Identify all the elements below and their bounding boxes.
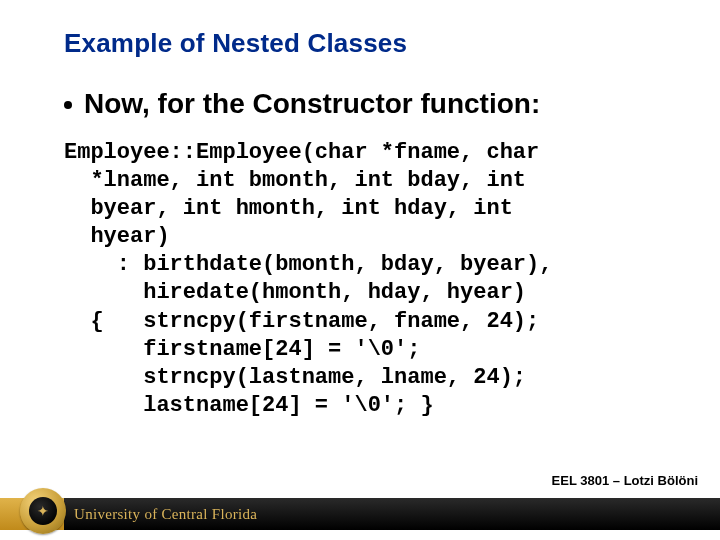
footer-bar: University of Central Florida [0, 498, 720, 530]
slide-title: Example of Nested Classes [64, 28, 672, 59]
bullet-text: Now, for the Constructor function: [84, 87, 540, 121]
footer: University of Central Florida ✦ [0, 486, 720, 540]
slide: Example of Nested Classes Now, for the C… [0, 0, 720, 540]
code-block: Employee::Employee(char *fname, char *ln… [64, 139, 672, 421]
ucf-seal-icon: ✦ [20, 488, 66, 534]
footer-bar-black: University of Central Florida [64, 498, 720, 530]
university-name: University of Central Florida [74, 506, 257, 523]
bullet-item: Now, for the Constructor function: [64, 87, 672, 121]
bullet-dot-icon [64, 101, 72, 109]
